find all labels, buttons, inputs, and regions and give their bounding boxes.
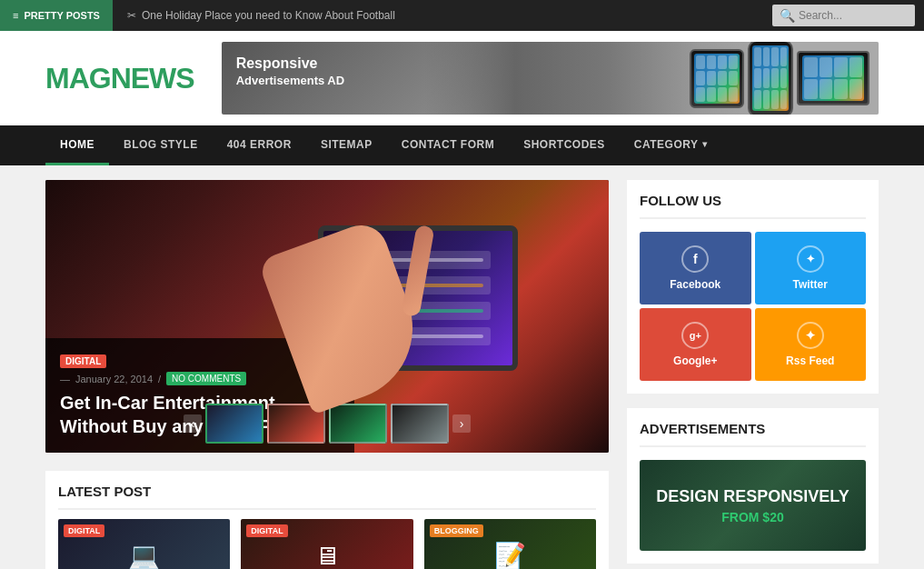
ticker-icon: ✂ (127, 9, 136, 22)
logo-news: NEWS (111, 62, 194, 95)
thumb-3[interactable] (329, 404, 387, 444)
social-grid: f Facebook ✦ Twitter g+ Google+ ✦ Rss Fe… (640, 232, 866, 381)
main-column: DIGITAL — January 22, 2014 / NO COMMENTS… (45, 180, 609, 569)
slider-next[interactable]: › (452, 414, 471, 433)
logo[interactable]: MAGNEWS (45, 62, 194, 95)
facebook-button[interactable]: f Facebook (640, 232, 751, 304)
search-input[interactable] (799, 9, 908, 22)
post-tag-3: Blogging (430, 524, 483, 537)
search-bar[interactable]: 🔍 (772, 5, 915, 26)
nav-404-error[interactable]: 404 ERROR (213, 125, 306, 165)
hero-dash: — (60, 374, 70, 384)
ad-line2: Advertisements AD (236, 74, 344, 89)
slider-prev[interactable]: ‹ (184, 414, 202, 433)
post-card-1: 💻 Digital (58, 519, 230, 569)
latest-post-title: LATEST POST (58, 484, 596, 510)
nav: HOME BLOG STYLE 404 ERROR SITEMAP CONTAC… (0, 125, 924, 165)
pretty-posts-button[interactable]: ≡ PRETTY POSTS (0, 0, 113, 31)
hero-tag: DIGITAL (60, 354, 106, 368)
googleplus-label: Google+ (673, 354, 717, 367)
googleplus-icon: g+ (681, 322, 709, 349)
rss-icon: ✦ (797, 322, 824, 349)
phone-mock-1 (690, 49, 744, 108)
top-bar: ≡ PRETTY POSTS ✂ One Holiday Place you n… (0, 0, 924, 31)
ad-line1: Responsive (236, 55, 344, 74)
ad-banner: Responsive Advertisements AD (222, 42, 879, 115)
ad-box[interactable]: DESIGN RESPONSIVELY FROM $20 (640, 460, 866, 551)
header: MAGNEWS Responsive Advertisements AD (0, 31, 924, 125)
ticker-text: ✂ One Holiday Place you need to Know Abo… (113, 9, 772, 22)
hero-slider: DIGITAL — January 22, 2014 / NO COMMENTS… (45, 180, 609, 453)
ad-phones (424, 42, 879, 115)
twitter-label: Twitter (793, 278, 828, 291)
nav-category[interactable]: CATEGORY ▾ (620, 125, 721, 165)
category-caret: ▾ (702, 139, 708, 149)
menu-icon: ≡ (13, 10, 18, 21)
nav-blog-style[interactable]: BLOG STYLE (109, 125, 213, 165)
facebook-label: Facebook (670, 278, 720, 291)
twitter-icon: ✦ (797, 245, 824, 273)
rss-label: Rss Feed (786, 354, 834, 367)
no-comments-badge: NO COMMENTS (166, 372, 246, 385)
sidebar: FOLLOW US f Facebook ✦ Twitter g+ Google… (627, 180, 879, 569)
facebook-icon: f (681, 245, 709, 273)
post-tag-2: Digital (246, 524, 287, 537)
content-area: DIGITAL — January 22, 2014 / NO COMMENTS… (0, 165, 924, 569)
ad-box-subtitle: FROM $20 (721, 510, 783, 524)
search-icon: 🔍 (780, 8, 795, 23)
googleplus-button[interactable]: g+ Google+ (640, 308, 751, 381)
nav-shortcodes[interactable]: SHORTCODES (509, 125, 620, 165)
nav-home[interactable]: HOME (45, 125, 109, 165)
logo-mag: MAG (45, 62, 111, 95)
ads-title: ADVERTISEMENTS (640, 421, 866, 447)
twitter-button[interactable]: ✦ Twitter (755, 232, 867, 304)
phone-mock-2 (748, 42, 793, 115)
thumb-1[interactable] (205, 404, 263, 444)
post-card-2: 🖥 Digital (241, 519, 412, 569)
post-cards: 💻 Digital 🖥 Digital 📝 Blogging (58, 519, 596, 569)
post-card-3: 📝 Blogging (424, 519, 596, 569)
hero-separator: / (158, 374, 161, 384)
follow-us-title: FOLLOW US (640, 193, 866, 219)
latest-post-section: LATEST POST 💻 Digital 🖥 Digital 📝 (45, 471, 609, 569)
rss-button[interactable]: ✦ Rss Feed (755, 308, 867, 381)
phone-screen-2 (752, 45, 789, 111)
ad-box-title: DESIGN RESPONSIVELY (656, 487, 849, 506)
post-tag-1: Digital (64, 524, 104, 537)
nav-sitemap[interactable]: SITEMAP (306, 125, 387, 165)
phone-screen-3 (802, 55, 864, 101)
pretty-posts-label: PRETTY POSTS (24, 10, 100, 21)
phone-screen-1 (694, 54, 740, 104)
ads-section: ADVERTISEMENTS DESIGN RESPONSIVELY FROM … (627, 408, 879, 564)
phone-mock-3 (797, 51, 869, 105)
hero-date: January 22, 2014 (75, 374, 153, 384)
nav-contact-form[interactable]: CONTACT FORM (387, 125, 509, 165)
follow-us-section: FOLLOW US f Facebook ✦ Twitter g+ Google… (627, 180, 879, 394)
ad-banner-text: Responsive Advertisements AD (236, 55, 344, 89)
thumb-4[interactable] (391, 404, 449, 444)
